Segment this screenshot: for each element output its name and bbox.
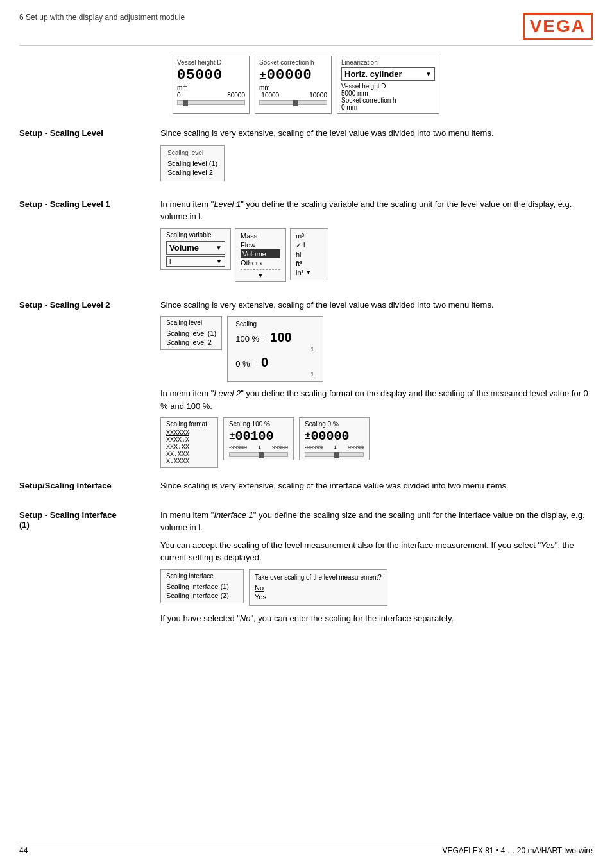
scaling-0-slider[interactable] — [305, 452, 364, 457]
socket-correction-value: ± 00000 — [259, 67, 327, 83]
sv-menu-mass[interactable]: Mass — [241, 231, 280, 240]
scaling-unit-dropdown[interactable]: l ▼ — [166, 256, 225, 267]
page-header: 6 Set up with the display and adjustment… — [19, 13, 593, 46]
format-item-5[interactable]: X.XXXX — [166, 458, 212, 465]
sv-menu-others[interactable]: Others — [241, 258, 280, 267]
sv-unit-m3[interactable]: m³ — [296, 231, 323, 240]
scaling-format-box: Scaling format XXXXXX XXXX.X XXX.XX XX.X… — [160, 417, 218, 468]
page-number: 44 — [19, 846, 28, 855]
scaling-format-title: Scaling format — [166, 421, 212, 428]
scaling-variable-row: Scaling variable Volume ▼ l ▼ Mass — [160, 228, 593, 282]
vessel-height-slider[interactable] — [177, 100, 245, 105]
vessel-height-number: 05000 — [177, 67, 223, 83]
scaling-variable-dropdown[interactable]: Volume ▼ — [166, 241, 225, 255]
scaling-0-row: 0 % = 0 — [235, 355, 315, 370]
takeover-no[interactable]: No — [255, 583, 382, 592]
scaling-level2-menu-title: Scaling level — [166, 319, 216, 326]
sv-unit-l[interactable]: ✓ l — [296, 240, 323, 250]
scaling-0-entry-value: ± 00000 — [305, 429, 364, 444]
vessel-height-handle[interactable] — [183, 100, 188, 106]
sv-unit-in3[interactable]: in³▼ — [296, 268, 323, 277]
scaling-100-prefix: ± — [229, 431, 235, 442]
linearization-value: Horiz. cylinder — [344, 69, 402, 79]
scaling-level2-item-1[interactable]: Scaling level (1) — [166, 329, 216, 338]
scaling-100-handle[interactable] — [259, 452, 264, 458]
scaling-0-entry: Scaling 0 % ± 00000 -99999 1 99999 — [299, 417, 370, 460]
section-setup-scaling-level: Setup - Scaling Level Since scaling is v… — [19, 127, 593, 187]
format-item-1[interactable]: XXXXXX — [166, 430, 212, 437]
scaling-interface-1-text2: You can accept the scaling of the level … — [160, 539, 593, 564]
scaling-100-slider-row: -99999 1 99999 — [229, 444, 288, 451]
format-item-3[interactable]: XXX.XX — [166, 444, 212, 451]
sv-menu-volume[interactable]: Volume — [241, 249, 280, 258]
scaling-0-label: 0 % = — [235, 359, 257, 369]
sv-unit-hl[interactable]: hl — [296, 250, 323, 259]
scaling-unit-box: m³ ✓ l hl ft³ in³▼ — [290, 228, 328, 280]
scaling-100-value: 100 — [270, 330, 291, 345]
scaling-level2-text2: In menu item "Level 2" you define the sc… — [160, 387, 593, 412]
format-row: Scaling format XXXXXX XXXX.X XXX.XX XX.X… — [160, 417, 593, 468]
section-scaling-interface-1: Setup - Scaling Interface(1) In menu ite… — [19, 509, 593, 630]
socket-correction-slider[interactable] — [259, 100, 327, 105]
vega-logo: VEGA — [523, 13, 593, 40]
scaling-level2-row: Scaling level Scaling level (1) Scaling … — [160, 316, 593, 382]
scaling-level-menu: Scaling level Scaling level (1) Scaling … — [160, 145, 225, 181]
scaling-100-slider[interactable] — [229, 452, 288, 457]
section-setup-scaling-level-1: Setup - Scaling Level 1 In menu item "Le… — [19, 198, 593, 287]
section-label-scaling-level-1: Setup - Scaling Level 1 — [19, 198, 160, 209]
scaling-variable-arrow: ▼ — [216, 244, 222, 251]
linearization-arrow: ▼ — [425, 71, 432, 78]
scaling-interface-1-label: Setup - Scaling Interface(1) — [19, 510, 117, 530]
scaling-level-item-2[interactable]: Scaling level 2 — [167, 168, 217, 177]
level2-italic: Level 2 — [214, 388, 241, 398]
scaling-variable-title: Scaling variable — [166, 231, 225, 238]
scaling-unit-arrow: ▼ — [216, 258, 222, 265]
scaling-level2-item-2[interactable]: Scaling level 2 — [166, 338, 216, 347]
format-item-4[interactable]: XX.XXX — [166, 451, 212, 458]
takeover-yes[interactable]: Yes — [255, 592, 382, 601]
socket-correction-handle[interactable] — [293, 100, 298, 106]
level1-italic: Level 1 — [214, 199, 241, 209]
sv-unit-ft3[interactable]: ft³ — [296, 259, 323, 268]
scaling-calc-title: Scaling — [235, 321, 315, 328]
scaling-level-menu-title: Scaling level — [167, 149, 217, 156]
iface-item-1[interactable]: Scaling interface (1) — [166, 582, 238, 591]
scaling-level-2-text: Since scaling is very extensive, scaling… — [160, 299, 593, 312]
socket-number: 00000 — [267, 67, 312, 83]
page-footer: 44 VEGAFLEX 81 • 4 … 20 mA/HART two-wire — [19, 842, 593, 855]
scaling-100-entry-title: Scaling 100 % — [229, 421, 288, 428]
vessel-height-box: Vessel height D 05000 mm 0 80000 — [173, 56, 250, 114]
section-label-scaling-level-2: Setup - Scaling Level 2 — [19, 299, 160, 310]
vessel-height-title: Vessel height D — [177, 59, 245, 66]
section-content-scaling-level-1: In menu item "Level 1" you define the sc… — [160, 198, 593, 287]
scaling-100-entry: Scaling 100 % ± 00100 -99999 1 99999 — [223, 417, 294, 460]
format-item-2[interactable]: XXXX.X — [166, 437, 212, 444]
scaling-interface-1-text1: In menu item "Interface 1" you define th… — [160, 509, 593, 534]
product-name: VEGAFLEX 81 • 4 … 20 mA/HART two-wire — [442, 846, 593, 855]
sv-menu-scroll: ▼ — [241, 272, 280, 279]
iface-item-2[interactable]: Scaling interface (2) — [166, 591, 238, 600]
scaling-0-handle[interactable] — [334, 452, 339, 458]
sv-menu-flow[interactable]: Flow — [241, 240, 280, 249]
vessel-height-value: 05000 — [177, 67, 245, 83]
scaling-100-sub: 1 — [235, 346, 315, 353]
section-setup-scaling-level-2: Setup - Scaling Level 2 Since scaling is… — [19, 299, 593, 469]
interface-row: Scaling interface Scaling interface (1) … — [160, 569, 593, 606]
linearization-dropdown[interactable]: Horiz. cylinder ▼ — [341, 67, 435, 81]
scaling-100-label: 100 % = — [235, 334, 266, 344]
scaling-variable-value: Volume — [169, 243, 199, 253]
section-content-scaling-interface: Since scaling is very extensive, scaling… — [160, 480, 593, 497]
section-content-scaling-level-2: Since scaling is very extensive, scaling… — [160, 299, 593, 469]
sv-unit-in3-scroll: ▼ — [305, 269, 311, 276]
section-label-scaling-level: Setup - Scaling Level — [19, 127, 160, 138]
scaling-interface-menu-title: Scaling interface — [166, 572, 238, 580]
scaling-variable-menu: Mass Flow Volume Others ▼ — [235, 228, 286, 282]
section-content-scaling-interface-1: In menu item "Interface 1" you define th… — [160, 509, 593, 630]
scaling-interface-text: Since scaling is very extensive, scaling… — [160, 480, 593, 492]
takeover-title: Take over scaling of the level measureme… — [255, 574, 382, 581]
scaling-level-item-1[interactable]: Scaling level (1) — [167, 159, 217, 168]
linearization-detail: Vessel height D 5000 mm Socket correctio… — [341, 83, 435, 111]
main-content: Setup - Scaling Level Since scaling is v… — [19, 127, 593, 641]
scaling-level-1-text: In menu item "Level 1" you define the sc… — [160, 198, 593, 223]
socket-correction-unit-row: mm — [259, 84, 327, 91]
